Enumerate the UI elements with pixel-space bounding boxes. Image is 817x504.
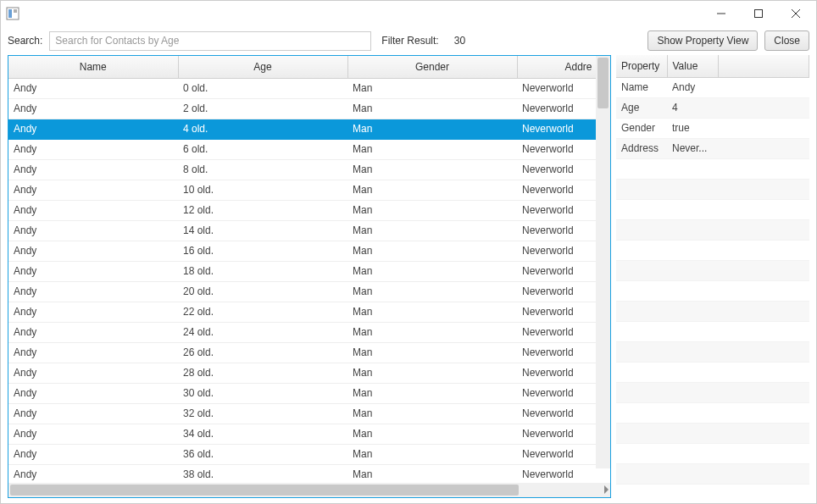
cell-name: Andy bbox=[8, 322, 178, 342]
cell-gender: Man bbox=[347, 159, 517, 180]
filter-result-label: Filter Result: bbox=[381, 35, 438, 47]
property-table[interactable]: Property Value NameAndyAge4GendertrueAdd… bbox=[616, 55, 809, 485]
cell-name: Andy bbox=[8, 159, 178, 180]
cell-address: Neverworld bbox=[517, 322, 596, 342]
vertical-scroll-thumb[interactable] bbox=[597, 58, 609, 108]
table-row[interactable]: Andy18 old.ManNeverworld bbox=[8, 261, 596, 281]
cell-address: Neverworld bbox=[517, 220, 596, 241]
cell-gender: Man bbox=[347, 241, 517, 261]
app-icon bbox=[6, 7, 19, 20]
property-spacer-cell bbox=[718, 77, 809, 97]
table-row[interactable]: Andy26 old.ManNeverworld bbox=[8, 342, 596, 363]
cell-address: Neverworld bbox=[517, 342, 596, 363]
property-row-empty bbox=[616, 199, 809, 219]
cell-name: Andy bbox=[8, 200, 178, 220]
table-row[interactable]: Andy4 old.ManNeverworld bbox=[8, 119, 596, 139]
property-row[interactable]: AddressNever... bbox=[616, 138, 809, 158]
table-row[interactable]: Andy16 old.ManNeverworld bbox=[8, 241, 596, 261]
cell-address: Neverworld bbox=[517, 261, 596, 281]
table-row[interactable]: Andy24 old.ManNeverworld bbox=[8, 322, 596, 342]
cell-address: Neverworld bbox=[517, 139, 596, 159]
cell-gender: Man bbox=[347, 98, 517, 119]
cell-name: Andy bbox=[8, 464, 178, 483]
cell-name: Andy bbox=[8, 403, 178, 424]
property-row-empty bbox=[616, 362, 809, 382]
cell-age: 30 old. bbox=[178, 383, 347, 403]
table-row[interactable]: Andy38 old.ManNeverworld bbox=[8, 464, 596, 483]
cell-age: 10 old. bbox=[178, 180, 347, 200]
scroll-right-icon[interactable] bbox=[604, 485, 609, 494]
cell-address: Neverworld bbox=[517, 180, 596, 200]
table-row[interactable]: Andy12 old.ManNeverworld bbox=[8, 200, 596, 220]
property-row-empty bbox=[616, 219, 809, 240]
property-row-empty bbox=[616, 158, 809, 179]
cell-age: 36 old. bbox=[178, 444, 347, 464]
contacts-table[interactable]: Name Age Gender Addre Andy0 old.ManNever… bbox=[8, 56, 597, 483]
column-header-name[interactable]: Name bbox=[8, 56, 178, 78]
cell-age: 16 old. bbox=[178, 241, 347, 261]
main-table-pane: Name Age Gender Addre Andy0 old.ManNever… bbox=[8, 55, 611, 498]
table-row[interactable]: Andy36 old.ManNeverworld bbox=[8, 444, 596, 464]
search-input[interactable] bbox=[49, 31, 371, 51]
cell-address: Neverworld bbox=[517, 119, 596, 139]
close-window-button[interactable] bbox=[777, 2, 814, 25]
cell-address: Neverworld bbox=[517, 302, 596, 322]
column-header-gender[interactable]: Gender bbox=[347, 56, 517, 78]
column-header-address[interactable]: Addre bbox=[517, 56, 596, 78]
maximize-button[interactable] bbox=[740, 2, 777, 25]
property-row-empty bbox=[616, 382, 809, 402]
cell-age: 34 old. bbox=[178, 424, 347, 444]
cell-gender: Man bbox=[347, 180, 517, 200]
cell-gender: Man bbox=[347, 78, 517, 98]
table-row[interactable]: Andy28 old.ManNeverworld bbox=[8, 363, 596, 383]
table-header-row: Name Age Gender Addre bbox=[8, 56, 596, 78]
cell-age: 28 old. bbox=[178, 363, 347, 383]
property-value-cell: Andy bbox=[667, 77, 718, 97]
cell-name: Andy bbox=[8, 78, 178, 98]
column-header-age[interactable]: Age bbox=[178, 56, 347, 78]
cell-age: 8 old. bbox=[178, 159, 347, 180]
property-spacer-cell bbox=[718, 97, 809, 118]
minimize-button[interactable] bbox=[703, 2, 740, 25]
property-spacer-cell bbox=[718, 138, 809, 158]
horizontal-scroll-thumb[interactable] bbox=[10, 485, 519, 496]
svg-rect-1 bbox=[8, 9, 12, 18]
horizontal-scrollbar[interactable] bbox=[8, 483, 610, 497]
property-name-cell: Address bbox=[616, 138, 667, 158]
cell-gender: Man bbox=[347, 119, 517, 139]
table-row[interactable]: Andy10 old.ManNeverworld bbox=[8, 180, 596, 200]
property-column-header[interactable]: Property bbox=[616, 55, 667, 77]
cell-name: Andy bbox=[8, 139, 178, 159]
toolbar: Search: Filter Result: 30 Show Property … bbox=[1, 26, 816, 55]
cell-name: Andy bbox=[8, 342, 178, 363]
cell-gender: Man bbox=[347, 322, 517, 342]
cell-age: 22 old. bbox=[178, 302, 347, 322]
table-row[interactable]: Andy0 old.ManNeverworld bbox=[8, 78, 596, 98]
cell-name: Andy bbox=[8, 261, 178, 281]
cell-name: Andy bbox=[8, 119, 178, 139]
property-row-empty bbox=[616, 280, 809, 301]
table-row[interactable]: Andy6 old.ManNeverworld bbox=[8, 139, 596, 159]
property-row-empty bbox=[616, 402, 809, 423]
close-button[interactable]: Close bbox=[764, 30, 809, 51]
property-row-empty bbox=[616, 341, 809, 362]
table-row[interactable]: Andy8 old.ManNeverworld bbox=[8, 159, 596, 180]
property-row[interactable]: Gendertrue bbox=[616, 118, 809, 138]
cell-gender: Man bbox=[347, 424, 517, 444]
vertical-scrollbar[interactable] bbox=[596, 56, 610, 468]
cell-age: 32 old. bbox=[178, 403, 347, 424]
table-row[interactable]: Andy22 old.ManNeverworld bbox=[8, 302, 596, 322]
table-row[interactable]: Andy2 old.ManNeverworld bbox=[8, 98, 596, 119]
property-row[interactable]: NameAndy bbox=[616, 77, 809, 97]
table-row[interactable]: Andy32 old.ManNeverworld bbox=[8, 403, 596, 424]
table-row[interactable]: Andy14 old.ManNeverworld bbox=[8, 220, 596, 241]
cell-address: Neverworld bbox=[517, 159, 596, 180]
cell-gender: Man bbox=[347, 403, 517, 424]
cell-gender: Man bbox=[347, 281, 517, 302]
value-column-header[interactable]: Value bbox=[667, 55, 718, 77]
show-property-view-button[interactable]: Show Property View bbox=[647, 30, 758, 51]
table-row[interactable]: Andy20 old.ManNeverworld bbox=[8, 281, 596, 302]
table-row[interactable]: Andy30 old.ManNeverworld bbox=[8, 383, 596, 403]
table-row[interactable]: Andy34 old.ManNeverworld bbox=[8, 424, 596, 444]
property-row[interactable]: Age4 bbox=[616, 97, 809, 118]
